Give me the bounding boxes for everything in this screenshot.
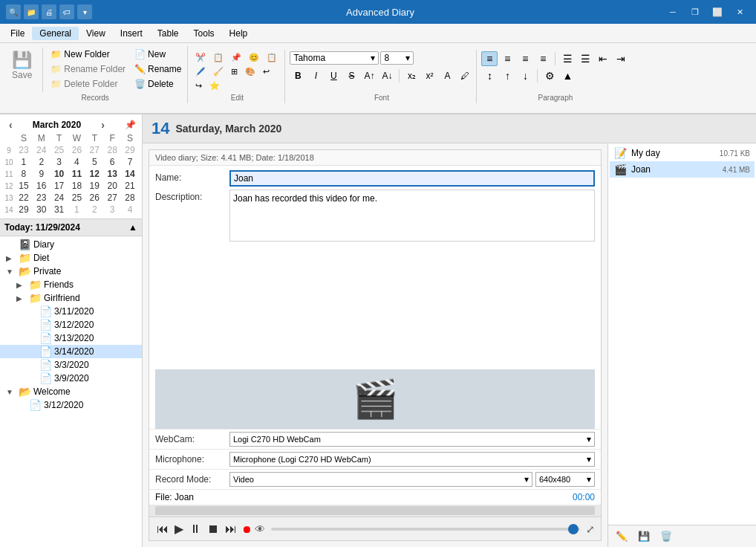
dropdown-icon[interactable]: ▾ xyxy=(77,4,92,19)
media-item-myday[interactable]: 📝 My day 10.71 KB xyxy=(610,145,755,161)
align-center-button[interactable]: ≡ xyxy=(499,51,515,66)
cal-day[interactable]: 29 xyxy=(15,204,33,216)
close-button[interactable]: ✕ xyxy=(729,3,750,21)
cal-day[interactable]: 16 xyxy=(33,180,50,192)
cal-day[interactable]: 14 xyxy=(121,168,139,180)
cal-day[interactable]: 28 xyxy=(121,192,139,204)
sidebar-item-welcome-entry[interactable]: 📄 3/12/2020 xyxy=(0,398,142,412)
maximize-button[interactable]: ❐ xyxy=(685,3,706,21)
paste-special-button[interactable]: 📋 xyxy=(264,51,280,64)
cal-day[interactable]: 26 xyxy=(85,192,103,204)
spacing-before-button[interactable]: ↑ xyxy=(499,68,515,83)
italic-button[interactable]: I xyxy=(307,68,324,83)
calendar-prev[interactable]: ‹ xyxy=(6,119,16,131)
delete-tool-button[interactable]: 🗑️ xyxy=(656,528,677,544)
redo-button[interactable]: ↪ xyxy=(192,80,205,92)
cal-day[interactable]: 23 xyxy=(15,144,33,156)
expand-button[interactable]: ⤢ xyxy=(586,523,595,535)
star-button[interactable]: ⭐ xyxy=(206,80,223,92)
cal-day[interactable]: 8 xyxy=(15,168,33,180)
record-mode-dropdown[interactable]: Video ▾ xyxy=(229,472,532,487)
font-size-dropdown[interactable]: 8 ▾ xyxy=(380,51,414,65)
menu-tools[interactable]: Tools xyxy=(186,27,222,40)
stop-button[interactable]: ⏹ xyxy=(206,521,221,537)
cal-day[interactable]: 1 xyxy=(68,204,86,216)
cal-day[interactable]: 3 xyxy=(50,156,68,168)
cal-day[interactable]: 13 xyxy=(103,168,121,180)
align-justify-button[interactable]: ≡ xyxy=(535,51,551,66)
line-spacing-button[interactable]: ↕ xyxy=(481,68,498,83)
numbering-button[interactable]: ☰ xyxy=(577,51,593,66)
sidebar-item-entry-314[interactable]: 📄 3/14/2020 xyxy=(0,345,142,358)
sidebar-item-entry-39[interactable]: 📄 3/9/2020 xyxy=(0,372,142,385)
sidebar-item-girlfriend[interactable]: ▶ 📁 Girlfriend xyxy=(0,291,142,305)
shrink-font-button[interactable]: A↓ xyxy=(379,68,395,83)
sidebar-item-private[interactable]: ▼ 📂 Private xyxy=(0,265,142,278)
webcam-dropdown[interactable]: Logi C270 HD WebCam ▾ xyxy=(229,432,595,447)
cal-day[interactable]: 9 xyxy=(33,168,50,180)
increase-indent-button[interactable]: ⇥ xyxy=(613,51,629,66)
save-button[interactable]: 💾 Save xyxy=(6,48,38,83)
menu-table[interactable]: Table xyxy=(150,27,186,40)
cal-day[interactable]: 6 xyxy=(103,156,121,168)
edit-tool-button[interactable]: ✏️ xyxy=(611,528,632,544)
bold-button[interactable]: B xyxy=(290,68,306,83)
preview-button[interactable]: 👁 xyxy=(255,523,265,535)
bullets-button[interactable]: ☰ xyxy=(559,51,576,66)
cal-day[interactable]: 1 xyxy=(15,156,33,168)
superscript-button[interactable]: x² xyxy=(421,68,437,83)
print-icon[interactable]: 🖨 xyxy=(42,4,56,19)
cal-day[interactable]: 30 xyxy=(33,204,50,216)
skip-start-button[interactable]: ⏮ xyxy=(155,521,170,537)
collapse-para-button[interactable]: ▲ xyxy=(559,68,576,83)
font-color-button[interactable]: A xyxy=(439,68,455,83)
search-icon[interactable]: 🔍 xyxy=(6,4,21,19)
format-paint-button[interactable]: 🖊️ xyxy=(192,65,209,78)
cal-day[interactable]: 27 xyxy=(85,144,103,156)
resolution-dropdown[interactable]: 640x480 ▾ xyxy=(535,472,595,487)
rename-folder-button[interactable]: 📁 Rename Folder xyxy=(48,62,128,76)
cal-day[interactable]: 28 xyxy=(103,144,121,156)
para-settings-button[interactable]: ⚙ xyxy=(541,68,558,83)
sidebar-item-entry-312[interactable]: 📄 3/12/2020 xyxy=(0,318,142,331)
folder-icon[interactable]: 📁 xyxy=(24,4,39,19)
new-folder-button[interactable]: 📁 New Folder xyxy=(48,48,128,61)
cal-day[interactable]: 29 xyxy=(121,144,139,156)
menu-help[interactable]: Help xyxy=(222,27,255,40)
calendar-pin[interactable]: 📌 xyxy=(125,120,136,130)
skip-end-button[interactable]: ⏭ xyxy=(224,521,238,537)
spacing-after-button[interactable]: ↓ xyxy=(517,68,533,83)
cal-day[interactable]: 3 xyxy=(103,204,121,216)
highlight-button[interactable]: 🖊 xyxy=(457,68,473,83)
delete-entry-button[interactable]: 🗑️ Delete xyxy=(131,77,184,91)
sidebar-item-welcome[interactable]: ▼ 📂 Welcome xyxy=(0,385,142,398)
undo-button[interactable]: ↩ xyxy=(260,65,273,78)
minimize-button[interactable]: ─ xyxy=(662,3,683,21)
new-entry-button[interactable]: 📄 New xyxy=(131,48,184,61)
cal-day[interactable]: 2 xyxy=(33,156,50,168)
cal-day[interactable]: 31 xyxy=(50,204,68,216)
cal-day[interactable]: 24 xyxy=(33,144,50,156)
font-family-dropdown[interactable]: Tahoma ▾ xyxy=(290,51,379,65)
titlebar-quick-access[interactable]: 🔍 📁 🖨 🏷 ▾ xyxy=(6,4,92,19)
decrease-indent-button[interactable]: ⇤ xyxy=(595,51,611,66)
menu-file[interactable]: File xyxy=(3,27,32,40)
emoji-button[interactable]: 😊 xyxy=(246,51,262,64)
align-left-button[interactable]: ≡ xyxy=(481,51,498,66)
save-tool-button[interactable]: 💾 xyxy=(633,528,654,544)
subscript-button[interactable]: x₂ xyxy=(403,68,420,83)
cal-day[interactable]: 4 xyxy=(121,204,139,216)
description-input[interactable]: Joan has recorded this video for me. xyxy=(229,190,595,242)
microphone-dropdown[interactable]: Microphone (Logi C270 HD WebCam) ▾ xyxy=(229,452,595,467)
cal-day[interactable]: 15 xyxy=(15,180,33,192)
cal-day[interactable]: 27 xyxy=(103,192,121,204)
cal-day[interactable]: 26 xyxy=(68,144,86,156)
scrubber[interactable] xyxy=(271,528,580,531)
underline-button[interactable]: U xyxy=(325,68,342,83)
cal-day[interactable]: 18 xyxy=(68,180,86,192)
cal-day[interactable]: 23 xyxy=(33,192,50,204)
cut-button[interactable]: ✂️ xyxy=(192,51,209,64)
cal-day[interactable]: 19 xyxy=(85,180,103,192)
play-button[interactable]: ▶ xyxy=(173,520,185,537)
pause-button[interactable]: ⏸ xyxy=(188,521,203,537)
